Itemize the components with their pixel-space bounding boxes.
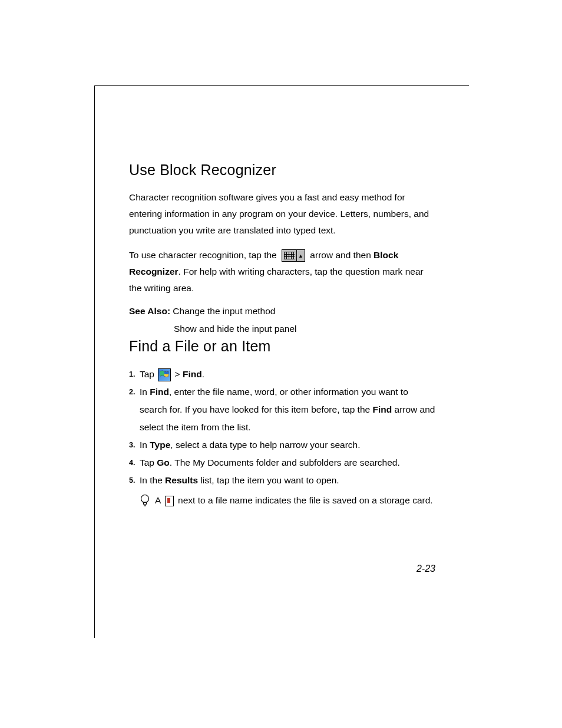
page-content: Use Block Recognizer Character recogniti… <box>129 162 435 509</box>
sip-keyboard-icon: ▲ <box>282 249 305 262</box>
text-fragment: arrow and then <box>310 250 373 260</box>
text-fragment: In the <box>140 475 165 485</box>
bold-type: Type <box>150 440 170 450</box>
text-fragment: In <box>140 387 150 397</box>
see-also-label: See Also: <box>129 306 170 316</box>
text-fragment: . The My Documents folder and subfolders… <box>170 457 400 467</box>
tip-row: A next to a file name indicates the file… <box>129 492 435 509</box>
see-also-line-1: See Also: Change the input method <box>129 302 435 320</box>
text-fragment: next to a file name indicates the file i… <box>176 495 433 505</box>
bold-go: Go <box>157 457 170 467</box>
text-fragment: Tap <box>140 457 157 467</box>
heading-use-block-recognizer: Use Block Recognizer <box>129 162 435 179</box>
see-also-item-1: Change the input method <box>170 306 275 316</box>
bold-find: Find <box>183 369 202 379</box>
text-fragment: . <box>202 369 204 379</box>
text-fragment: , select a data type to help narrow your… <box>170 440 360 450</box>
paragraph-intro: Character recognition software gives you… <box>129 189 435 239</box>
step-1: Tap > Find. <box>129 365 435 383</box>
bold-results: Results <box>165 475 198 485</box>
bold-find: Find <box>372 404 392 414</box>
see-also-block: See Also: Change the input method Show a… <box>129 302 435 338</box>
start-flag-icon <box>158 368 171 381</box>
svg-point-0 <box>141 495 149 503</box>
text-fragment: To use character recognition, tap the <box>129 250 279 260</box>
text-fragment: > <box>172 369 183 379</box>
text-fragment: Tap <box>140 369 157 379</box>
page-number: 2-23 <box>416 564 435 574</box>
see-also-item-2: Show and hide the input panel <box>129 320 435 338</box>
tip-text: A next to a file name indicates the file… <box>155 492 433 509</box>
step-5: In the Results list, tap the item you wa… <box>129 472 435 489</box>
heading-find-file: Find a File or an Item <box>129 338 435 355</box>
text-fragment: list, tap the item you want to open. <box>198 475 339 485</box>
step-2: In Find, enter the file name, word, or o… <box>129 383 435 436</box>
text-fragment: , enter the file name, word, or other in… <box>140 387 408 414</box>
text-fragment: A <box>155 495 163 505</box>
page-frame: Use Block Recognizer Character recogniti… <box>94 85 469 638</box>
storage-card-icon <box>165 496 174 506</box>
step-4: Tap Go. The My Documents folder and subf… <box>129 454 435 472</box>
lightbulb-icon <box>140 494 150 507</box>
step-3: In Type, select a data type to help narr… <box>129 436 435 454</box>
bold-find: Find <box>150 387 169 397</box>
paragraph-instruction: To use character recognition, tap the ▲ … <box>129 247 435 297</box>
text-fragment: In <box>140 440 150 450</box>
steps-list: Tap > Find. In Find, enter the file name… <box>129 365 435 489</box>
